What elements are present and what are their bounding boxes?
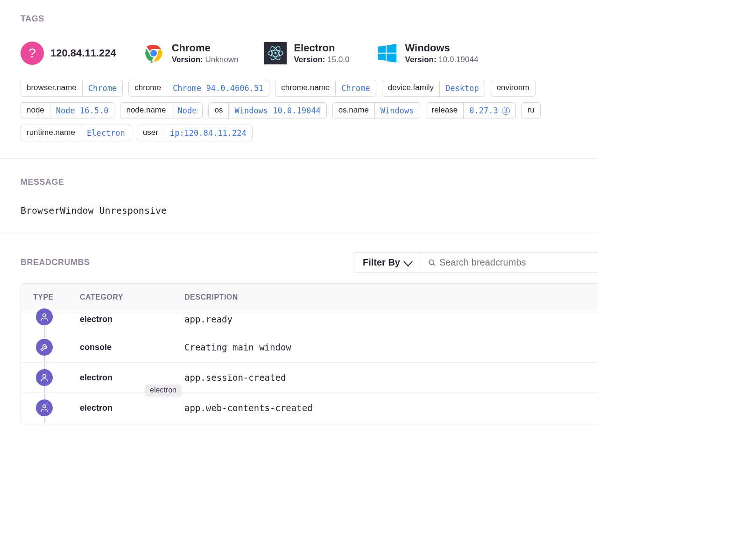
chrome-icon bbox=[142, 42, 165, 65]
user-icon bbox=[36, 369, 53, 386]
info-icon[interactable]: i bbox=[502, 107, 510, 115]
breadcrumbs-table: TYPE CATEGORY DESCRIPTION electronapp.re… bbox=[21, 283, 598, 423]
search-breadcrumbs-input[interactable] bbox=[437, 252, 590, 273]
tag-value: 0.27.3i bbox=[463, 103, 515, 119]
tag-value: Node bbox=[172, 103, 203, 119]
svg-point-8 bbox=[429, 259, 434, 264]
breadcrumbs-heading: Breadcrumbs bbox=[21, 258, 90, 267]
breadcrumb-category: electron bbox=[80, 403, 184, 413]
tag-pill[interactable]: chromeChrome 94.0.4606.51 bbox=[128, 80, 269, 97]
tag-key: ru bbox=[522, 103, 540, 119]
filter-by-button[interactable]: Filter By bbox=[354, 252, 420, 273]
message-heading: Message bbox=[21, 177, 598, 187]
svg-point-2 bbox=[150, 50, 157, 56]
tag-pill[interactable]: browser.nameChrome bbox=[21, 80, 123, 97]
context-os-name: Windows bbox=[405, 42, 479, 54]
context-browser-version-label: Version: bbox=[172, 55, 203, 64]
col-type: TYPE bbox=[33, 293, 80, 301]
context-item-os: Windows Version: 10.0.19044 bbox=[375, 42, 479, 65]
tag-key: browser.name bbox=[21, 80, 82, 96]
svg-point-10 bbox=[43, 314, 46, 317]
tag-key: chrome.name bbox=[275, 80, 335, 96]
user-icon bbox=[36, 399, 53, 416]
tags-list: browser.nameChromechromeChrome 94.0.4606… bbox=[21, 80, 598, 141]
chevron-down-icon bbox=[403, 257, 413, 266]
breadcrumb-description: app.ready bbox=[184, 314, 585, 324]
tag-key: device.family bbox=[382, 80, 439, 96]
svg-point-12 bbox=[43, 405, 46, 408]
search-breadcrumbs-wrap[interactable] bbox=[420, 252, 598, 273]
tag-key: release bbox=[426, 103, 464, 119]
filter-by-label: Filter By bbox=[363, 257, 400, 268]
tags-heading: Tags bbox=[21, 14, 598, 24]
breadcrumb-category: electron bbox=[80, 315, 184, 324]
tag-value: Electron bbox=[81, 125, 131, 141]
tag-value: Chrome bbox=[335, 80, 375, 96]
tag-pill[interactable]: node.nameNode bbox=[120, 102, 203, 119]
context-browser-name: Chrome bbox=[172, 42, 239, 54]
tag-value: Node 16.5.0 bbox=[50, 103, 114, 119]
tag-key: user bbox=[137, 125, 164, 141]
context-item-ip: ? 120.84.11.224 bbox=[21, 42, 116, 65]
context-os-version-label: Version: bbox=[405, 55, 437, 64]
tag-value: Windows bbox=[374, 103, 420, 119]
tag-value: ip:120.84.11.224 bbox=[164, 125, 252, 141]
tag-pill[interactable]: nodeNode 16.5.0 bbox=[21, 102, 114, 119]
svg-line-9 bbox=[433, 264, 435, 266]
breadcrumb-description: Creating main window bbox=[184, 342, 585, 352]
wrench-icon bbox=[36, 339, 53, 356]
search-icon bbox=[428, 258, 437, 267]
svg-point-7 bbox=[275, 52, 277, 55]
windows-icon bbox=[375, 42, 399, 65]
breadcrumb-category: electron bbox=[80, 373, 184, 383]
context-browser-version: Unknown bbox=[205, 55, 239, 64]
breadcrumbs-table-head: TYPE CATEGORY DESCRIPTION bbox=[21, 284, 598, 311]
breadcrumb-category: console bbox=[80, 343, 184, 352]
unknown-icon: ? bbox=[21, 42, 44, 65]
tag-pill[interactable]: device.familyDesktop bbox=[382, 80, 485, 97]
tag-key: environm bbox=[491, 80, 535, 96]
context-runtime-version: 15.0.0 bbox=[327, 55, 349, 64]
svg-point-11 bbox=[43, 374, 46, 378]
tag-key: runtime.name bbox=[21, 125, 81, 141]
tag-pill[interactable]: environm bbox=[491, 80, 536, 97]
tag-key: os.name bbox=[333, 103, 374, 119]
breadcrumb-row[interactable]: electronapp.session-created bbox=[21, 363, 598, 393]
tag-value: Windows 10.0.19044 bbox=[228, 103, 326, 119]
tag-key: node.name bbox=[120, 103, 171, 119]
tag-value: Desktop bbox=[439, 80, 485, 96]
tag-value: Chrome bbox=[82, 80, 122, 96]
context-item-runtime: Electron Version: 15.0.0 bbox=[264, 42, 349, 65]
col-category: CATEGORY bbox=[80, 293, 184, 301]
electron-icon bbox=[264, 42, 287, 65]
context-item-browser: Chrome Version: Unknown bbox=[142, 42, 239, 65]
breadcrumb-row[interactable]: electronapp.ready bbox=[21, 311, 598, 332]
breadcrumb-description: app.session-created bbox=[184, 372, 585, 383]
tag-pill[interactable]: os.nameWindows bbox=[332, 102, 420, 119]
context-row: ? 120.84.11.224 Chrome Version: Unknown bbox=[21, 42, 598, 65]
tooltip: electron bbox=[145, 385, 181, 396]
context-os-version: 10.0.19044 bbox=[438, 55, 478, 64]
message-text: BrowserWindow Unresponsive bbox=[21, 205, 598, 216]
context-runtime-version-label: Version: bbox=[294, 55, 325, 64]
user-icon bbox=[36, 308, 53, 325]
context-ip-value: 120.84.11.224 bbox=[50, 47, 116, 59]
breadcrumb-row[interactable]: consoleCreating main window bbox=[21, 332, 598, 363]
tag-key: node bbox=[21, 103, 50, 119]
tag-pill[interactable]: userip:120.84.11.224 bbox=[137, 125, 253, 141]
breadcrumb-description: app.web-contents-created bbox=[184, 403, 585, 413]
tag-value: Chrome 94.0.4606.51 bbox=[167, 80, 269, 96]
tag-key: os bbox=[209, 103, 228, 119]
tag-pill[interactable]: ru bbox=[521, 102, 541, 119]
col-description: DESCRIPTION bbox=[184, 293, 585, 301]
tag-pill[interactable]: runtime.nameElectron bbox=[21, 125, 131, 141]
tag-key: chrome bbox=[129, 80, 167, 96]
tag-pill[interactable]: release0.27.3i bbox=[426, 102, 516, 119]
tag-pill[interactable]: osWindows 10.0.19044 bbox=[208, 102, 326, 119]
breadcrumb-row[interactable]: electronapp.web-contents-createdelectron bbox=[21, 393, 598, 423]
tag-pill[interactable]: chrome.nameChrome bbox=[275, 80, 376, 97]
context-runtime-name: Electron bbox=[294, 42, 349, 54]
